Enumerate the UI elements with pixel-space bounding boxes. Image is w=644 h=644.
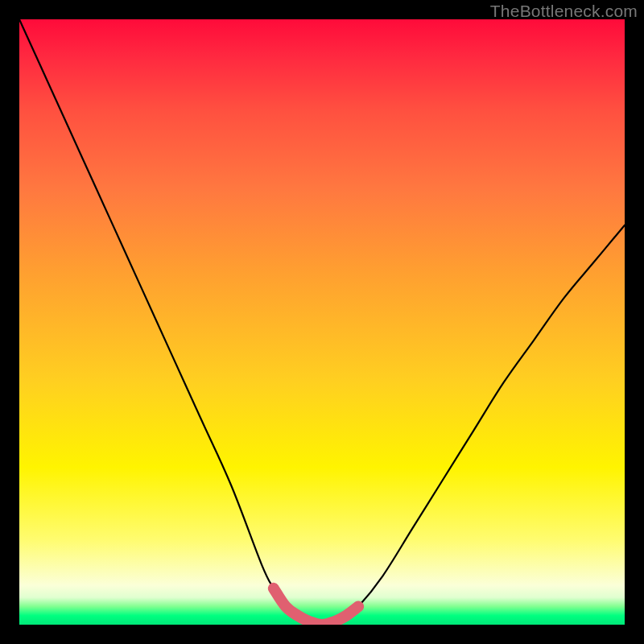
watermark-text: TheBottleneck.com	[490, 2, 638, 21]
gradient-plot-area	[19, 19, 625, 625]
bottleneck-curve-line	[19, 19, 625, 625]
optimal-zone-marker-line	[274, 588, 358, 625]
chart-overlay-svg	[19, 19, 625, 625]
